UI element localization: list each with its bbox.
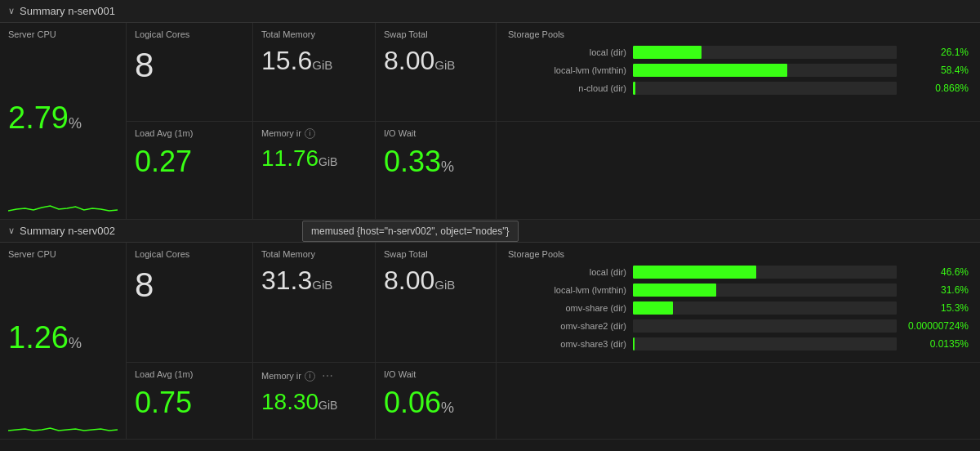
cpu-cell-2: Server CPU 1.26%: [0, 243, 127, 439]
section-header-1[interactable]: ∨ Summary n-serv001: [0, 0, 980, 23]
io-wait-label-2: I/O Wait: [384, 369, 488, 379]
load-avg-label-2: Load Avg (1m): [135, 369, 244, 379]
storage-bar-container: [633, 82, 897, 95]
storage-row: omv-share2 (dir)0.00000724%: [508, 319, 969, 333]
cpu-sparkline-2: [8, 408, 118, 432]
storage-rows-1: local (dir)26.1%local-lvm (lvmthin)58.4%…: [508, 46, 969, 95]
info-icon-2: i: [305, 371, 315, 382]
io-wait-value-1: 0.33%: [384, 145, 488, 179]
storage-bar: [633, 64, 787, 77]
swap-total-label-2: Swap Total: [384, 249, 488, 259]
swap-total-value-1: 8.00GiB: [384, 46, 488, 76]
storage-name: omv-share (dir): [508, 303, 626, 313]
logical-cores-label-2: Logical Cores: [135, 249, 244, 259]
total-memory-label-2: Total Memory: [261, 249, 367, 259]
chevron-icon-2: ∨: [8, 226, 15, 236]
storage-bar: [633, 266, 756, 279]
cpu-sparkline-1: [8, 188, 118, 212]
storage-pct: 15.3%: [903, 302, 969, 314]
section-title-1: Summary n-serv001: [20, 5, 115, 17]
cpu-value-2: 1.26%: [8, 320, 118, 355]
total-memory-cell-2: Total Memory 31.3GiB: [253, 243, 376, 362]
cpu-cell-1: Server CPU 2.79%: [0, 23, 127, 219]
section-title-2: Summary n-serv002: [20, 225, 115, 237]
server-section-1: ∨ Summary n-serv001 Server CPU 2.79% Log…: [0, 0, 980, 220]
memory-ir-label-1: Memory ir i: [261, 128, 367, 139]
storage-bar: [633, 337, 635, 351]
tooltip-2: memused {host="n-serv002", object="nodes…: [302, 221, 519, 242]
storage-bar-container: [633, 301, 897, 315]
storage-pct: 0.00000724%: [903, 320, 969, 332]
storage-pools-label-1: Storage Pools: [508, 29, 969, 39]
storage-pct: 0.868%: [903, 83, 969, 94]
swap-total-value-2: 8.00GiB: [384, 266, 488, 296]
storage-bar-container: [633, 284, 897, 297]
storage-bar-container: [633, 64, 897, 77]
storage-rows-2: local (dir)46.6%local-lvm (lvmthin)31.6%…: [508, 266, 969, 351]
logical-cores-value-1: 8: [135, 46, 244, 85]
storage-bar-container: [633, 337, 897, 351]
storage-pct: 0.0135%: [903, 338, 969, 350]
storage-bar-container: [633, 266, 897, 279]
io-wait-label-1: I/O Wait: [384, 128, 488, 138]
memory-ir-value-2: 18.30GiB: [261, 389, 367, 415]
storage-pools-cell-2: Storage Pools local (dir)46.6%local-lvm …: [497, 243, 980, 362]
storage-bar-container: [633, 319, 897, 333]
logical-cores-value-2: 8: [135, 266, 244, 305]
storage-pools-label-2: Storage Pools: [508, 249, 969, 259]
storage-row: n-cloud (dir)0.868%: [508, 82, 969, 95]
load-avg-cell-1: Load Avg (1m) 0.27: [127, 122, 253, 220]
cpu-label-1: Server CPU: [8, 29, 118, 39]
swap-total-cell-2: Swap Total 8.00GiB: [376, 243, 497, 362]
swap-total-label-1: Swap Total: [384, 29, 488, 39]
storage-bar: [633, 46, 702, 59]
cpu-label-2: Server CPU: [8, 249, 118, 259]
storage-name: local-lvm (lvmthin): [508, 65, 626, 75]
cpu-value-1: 2.79%: [8, 100, 118, 136]
storage-name: omv-share3 (dir): [508, 339, 626, 349]
logical-cores-cell-2: Logical Cores 8: [127, 243, 253, 362]
storage-pct: 46.6%: [903, 266, 969, 278]
chevron-icon-1: ∨: [8, 6, 15, 16]
storage-bar: [633, 284, 716, 297]
load-avg-label-1: Load Avg (1m): [135, 128, 244, 138]
total-memory-value-1: 15.6GiB: [261, 46, 367, 76]
storage-pct: 58.4%: [903, 65, 969, 76]
total-memory-label-1: Total Memory: [261, 29, 367, 39]
load-avg-cell-2: Load Avg (1m) 0.75: [127, 363, 253, 439]
storage-row: local-lvm (lvmthin)58.4%: [508, 64, 969, 77]
storage-name: local-lvm (lvmthin): [508, 285, 626, 295]
load-avg-value-1: 0.27: [135, 145, 244, 179]
storage-pct: 26.1%: [903, 47, 969, 58]
swap-total-cell-1: Swap Total 8.00GiB: [376, 23, 497, 121]
server-section-2: ∨ Summary n-serv002 memused {host="n-ser…: [0, 220, 980, 440]
storage-name: local (dir): [508, 47, 626, 57]
storage-row: omv-share3 (dir)0.0135%: [508, 337, 969, 351]
storage-row: local (dir)46.6%: [508, 266, 969, 279]
storage-bar: [633, 301, 673, 315]
memory-ir-label-2: Memory ir i ⋯: [261, 369, 367, 382]
storage-row: local-lvm (lvmthin)31.6%: [508, 284, 969, 297]
memory-ir-value-1: 11.76GiB: [261, 145, 367, 172]
more-icon-2[interactable]: ⋯: [322, 369, 333, 382]
info-icon-1: i: [305, 128, 315, 139]
memory-ir-cell-1: Memory ir i 11.76GiB: [253, 122, 376, 220]
storage-name: omv-share2 (dir): [508, 321, 626, 331]
storage-bar-container: [633, 46, 897, 59]
section-header-2[interactable]: ∨ Summary n-serv002 memused {host="n-ser…: [0, 220, 980, 243]
logical-cores-label-1: Logical Cores: [135, 29, 244, 39]
io-wait-value-2: 0.06%: [384, 386, 488, 420]
io-wait-cell-2: I/O Wait 0.06%: [376, 363, 497, 439]
logical-cores-cell-1: Logical Cores 8: [127, 23, 253, 121]
storage-row: omv-share (dir)15.3%: [508, 301, 969, 315]
load-avg-value-2: 0.75: [135, 386, 244, 420]
total-memory-value-2: 31.3GiB: [261, 266, 367, 296]
storage-name: n-cloud (dir): [508, 83, 626, 93]
storage-bar: [633, 82, 635, 95]
total-memory-cell-1: Total Memory 15.6GiB: [253, 23, 376, 121]
storage-name: local (dir): [508, 267, 626, 277]
io-wait-cell-1: I/O Wait 0.33%: [376, 122, 497, 220]
storage-row: local (dir)26.1%: [508, 46, 969, 59]
memory-ir-cell-2: Memory ir i ⋯ 18.30GiB: [253, 363, 376, 439]
storage-pools-cell-1: Storage Pools local (dir)26.1%local-lvm …: [497, 23, 980, 121]
